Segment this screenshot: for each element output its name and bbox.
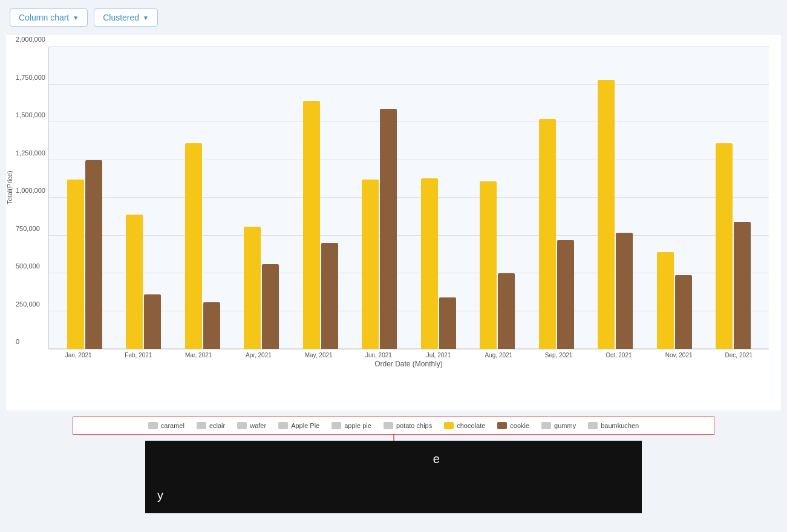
bar-chocolate[interactable] — [244, 227, 261, 349]
y-tick: 250,000 — [16, 300, 40, 308]
month-group — [645, 252, 704, 349]
legend-label: Apple Pie — [291, 422, 319, 429]
month-group — [232, 227, 292, 349]
legend-item: cookie — [497, 422, 529, 429]
bar-cookie[interactable] — [380, 109, 397, 349]
legend-label: potato chips — [396, 422, 432, 429]
month-group — [586, 80, 645, 349]
legend-item: eclair — [197, 422, 225, 429]
x-label: May, 2021 — [289, 352, 348, 358]
legend-swatch — [278, 422, 288, 429]
legend-label: baumkuchen — [601, 422, 639, 429]
black-overlay: e y — [145, 441, 642, 513]
legend-label: gummy — [554, 422, 576, 429]
month-group — [114, 215, 174, 349]
bar-chocolate[interactable] — [126, 215, 143, 349]
bar-chocolate[interactable] — [657, 252, 674, 349]
chart-type-dropdown[interactable]: Column chart ▼ — [10, 8, 88, 27]
bar-chocolate[interactable] — [539, 119, 556, 349]
bars-container — [49, 47, 769, 349]
legend-swatch — [148, 422, 158, 429]
chart-inner: 0250,000500,000750,0001,000,0001,250,000… — [48, 47, 769, 349]
legend-item: potato chips — [384, 422, 432, 429]
month-group — [527, 119, 586, 349]
legend-box: carameleclairwaferApple Pieapple piepota… — [73, 417, 714, 435]
bar-cookie[interactable] — [321, 243, 338, 349]
bar-cookie[interactable] — [557, 240, 574, 349]
chevron-down-icon: ▼ — [143, 15, 149, 21]
bar-chocolate[interactable] — [303, 101, 320, 349]
legend-label: caramel — [161, 422, 185, 429]
chevron-down-icon: ▼ — [73, 15, 79, 21]
chart-type-label: Column chart — [19, 13, 69, 22]
chart-layout-dropdown[interactable]: Clustered ▼ — [94, 8, 158, 27]
chart-layout-label: Clustered — [103, 13, 139, 22]
legend-swatch — [197, 422, 206, 429]
bar-chocolate[interactable] — [67, 180, 84, 349]
legend-swatch — [541, 422, 551, 429]
x-axis-title: Order Date (Monthly) — [48, 360, 769, 368]
bar-cookie[interactable] — [734, 222, 751, 349]
bar-chocolate[interactable] — [598, 80, 615, 349]
bar-chocolate[interactable] — [421, 178, 438, 349]
grid-line — [49, 46, 769, 47]
x-label: Jul, 2021 — [409, 352, 469, 358]
bar-chocolate[interactable] — [185, 143, 202, 349]
month-group — [173, 143, 232, 349]
chart-wrapper: Total(Price) 0250,000500,000750,0001,000… — [6, 35, 781, 410]
x-label: Oct, 2021 — [589, 352, 648, 358]
bar-cookie[interactable] — [675, 275, 692, 349]
y-tick: 1,750,000 — [16, 74, 45, 81]
legend-item: chocolate — [444, 422, 485, 429]
month-group — [55, 160, 114, 349]
bar-cookie[interactable] — [498, 273, 515, 349]
x-label: Jan, 2021 — [48, 352, 108, 358]
x-label: Apr, 2021 — [229, 352, 289, 358]
chart-area: Total(Price) 0250,000500,000750,0001,000… — [6, 41, 781, 404]
bar-chocolate[interactable] — [362, 180, 379, 349]
legend-swatch — [497, 422, 507, 429]
y-tick: 1,250,000 — [16, 149, 45, 157]
x-labels: Jan, 2021Feb, 2021Mar, 2021Apr, 2021May,… — [48, 352, 769, 358]
month-group — [409, 178, 468, 349]
toolbar: Column chart ▼ Clustered ▼ — [0, 0, 787, 35]
legend-label: cookie — [510, 422, 529, 429]
x-label: Feb, 2021 — [108, 352, 168, 358]
overlay-text: e y — [157, 450, 524, 504]
legend-swatch — [331, 422, 341, 429]
legend-label: apple pie — [344, 422, 371, 429]
month-group — [468, 181, 527, 349]
y-tick: 750,000 — [16, 225, 40, 232]
legend-label: wafer — [250, 422, 266, 429]
y-tick: 500,000 — [16, 262, 40, 270]
bar-cookie[interactable] — [262, 264, 279, 349]
y-tick: 0 — [16, 338, 19, 345]
legend-swatch — [588, 422, 598, 429]
legend-label: chocolate — [457, 422, 485, 429]
y-tick: 1,000,000 — [16, 187, 45, 194]
legend-label: eclair — [209, 422, 225, 429]
y-axis-label: Total(Price) — [6, 171, 13, 205]
bar-cookie[interactable] — [439, 297, 456, 349]
legend-item: apple pie — [331, 422, 371, 429]
legend-item: Apple Pie — [278, 422, 319, 429]
legend-swatch — [384, 422, 393, 429]
x-label: Mar, 2021 — [169, 352, 229, 358]
x-label: Dec, 2021 — [709, 352, 769, 358]
bar-chocolate[interactable] — [716, 143, 733, 349]
bar-chocolate[interactable] — [480, 181, 497, 349]
bar-cookie[interactable] — [203, 302, 220, 349]
bar-cookie[interactable] — [616, 233, 633, 349]
legend-item: baumkuchen — [588, 422, 639, 429]
legend-swatch — [444, 422, 454, 429]
month-group — [704, 143, 763, 349]
legend-item: gummy — [541, 422, 576, 429]
y-tick: 2,000,000 — [16, 36, 45, 43]
legend-item: caramel — [148, 422, 185, 429]
x-label: Sep, 2021 — [529, 352, 589, 358]
bar-cookie[interactable] — [144, 294, 161, 349]
x-label: Nov, 2021 — [649, 352, 709, 358]
bar-cookie[interactable] — [85, 160, 102, 349]
x-label: Aug, 2021 — [469, 352, 529, 358]
x-label: Jun, 2021 — [348, 352, 408, 358]
